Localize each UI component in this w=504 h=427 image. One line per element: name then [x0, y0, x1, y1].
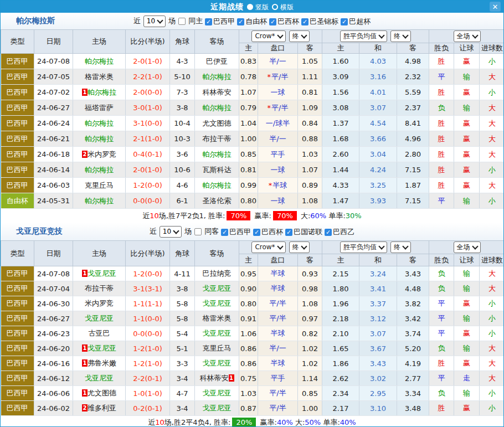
league-checkbox[interactable]: ✓: [341, 18, 348, 25]
avg-odds-select[interactable]: 胜平负均值: [340, 30, 387, 42]
handicap-line: *半球: [258, 178, 298, 193]
red-card-badge: 1: [229, 374, 234, 382]
handicap-away-odds: 1.14: [298, 371, 322, 386]
col-header-1: 日期: [34, 241, 73, 266]
score-cell: 1-2(1-0): [126, 341, 170, 356]
col-header-1: 日期: [34, 30, 73, 54]
horizontal-layout-radio[interactable]: [272, 4, 278, 10]
handicap-home-odds: 0.99: [239, 178, 258, 193]
league-checkbox[interactable]: ✓: [325, 229, 332, 236]
recent-results-window: 近期战绩竖版横版 ✕ 帕尔梅拉斯 近 10 场 同主 ✓巴西甲✓自由杯✓巴西杯✓…: [0, 0, 504, 427]
score-text: 2-0(1-0): [133, 166, 162, 174]
summary-segment: 单率:: [321, 418, 340, 427]
home-team: 1戈亚尼亚: [73, 341, 126, 356]
result-handicap: 输: [454, 386, 480, 401]
away-team: 巴拉纳竞: [195, 266, 239, 281]
away-team-name: 戈亚尼亚: [203, 299, 232, 307]
handicap-text: 半球: [271, 269, 285, 277]
away-team-name: 格雷米奥: [203, 314, 232, 322]
result-wdl: 胜: [429, 401, 454, 416]
handicap-home-odds: 0.75: [239, 371, 258, 386]
score-text: 0-2(0-1): [133, 404, 162, 413]
handicap-text: 平/半: [271, 73, 288, 81]
league-label: 巴西乙: [333, 227, 354, 237]
full-match-select[interactable]: 全场: [454, 241, 481, 253]
handicap-line: 半/一: [258, 54, 298, 69]
league-checkbox[interactable]: ✓: [301, 18, 308, 25]
final-odds-select[interactable]: 终: [289, 30, 310, 42]
match-date: 24-06-02: [34, 401, 73, 416]
handicap-text: 平/半: [269, 404, 286, 412]
result-goals: 大: [480, 100, 504, 116]
vertical-layout-radio[interactable]: [247, 4, 253, 10]
match-count-select[interactable]: 10: [160, 226, 182, 238]
league-filter-item: ✓巴西甲: [221, 227, 252, 237]
close-button[interactable]: ✕: [490, 2, 501, 12]
handicap-home-odds: 0.85: [239, 147, 258, 162]
away-team-name: 帕尔梅拉: [203, 104, 232, 112]
league-checkbox[interactable]: ✓: [253, 229, 260, 236]
bookmaker-select[interactable]: Crow*: [251, 30, 285, 42]
match-count-select[interactable]: 10: [143, 16, 166, 27]
bookmaker-select[interactable]: Crow*: [251, 241, 285, 253]
result-wdl: 胜: [429, 54, 454, 69]
league-checkbox[interactable]: ✓: [285, 229, 292, 236]
result-handicap: 赢: [454, 296, 480, 311]
home-team: 戈亚尼亚: [73, 311, 126, 326]
sub-header-6: 胜负: [429, 43, 454, 54]
league-type-cell: 巴西甲: [1, 100, 34, 116]
chevron-down-icon: [472, 243, 478, 249]
avg-away-odds: 3.34: [397, 386, 429, 401]
handicap-away-odds: 0.85: [298, 386, 322, 401]
same-venue-label: 同主: [188, 16, 203, 26]
same-venue-checkbox[interactable]: [194, 228, 202, 235]
result-handicap: 赢: [454, 401, 480, 416]
avg-odds-select[interactable]: 胜平负均值: [340, 241, 387, 253]
result-wdl: 胜: [429, 116, 454, 131]
result-goals: 小: [480, 85, 504, 100]
score-cell: 3-1(0-0): [126, 116, 170, 131]
avg-home-odds: 1.60: [322, 54, 359, 69]
home-team-name: 帕尔梅拉: [85, 57, 114, 65]
away-team: 戈亚尼亚: [195, 281, 239, 296]
red-card-badge: 1: [82, 359, 88, 367]
result-handicap: 赢: [454, 116, 480, 131]
league-type-cell: 巴西甲: [1, 162, 34, 178]
score-text: 2-1(1-0): [133, 135, 162, 143]
avg-draw-value: 3.67: [370, 344, 386, 353]
result-handicap: 输: [454, 193, 480, 209]
handicap-home-odds: 1.06: [239, 326, 258, 341]
final-odds-select[interactable]: 终: [289, 241, 310, 253]
league-type-cell: 巴西甲: [1, 371, 34, 386]
away-team: 戈亚尼亚: [195, 356, 239, 371]
home-team: 1弗鲁米嫩: [73, 356, 126, 371]
vertical-layout-label: 竖版: [255, 3, 269, 11]
away-team: 布拉干蒂: [195, 131, 239, 147]
near-label: 近: [133, 16, 141, 26]
handicap-text: 平/半: [269, 389, 286, 397]
handicap-text: 平/半: [271, 104, 288, 112]
league-type-cell: 巴西甲: [1, 147, 34, 162]
same-venue-checkbox[interactable]: [178, 18, 186, 25]
league-checkbox[interactable]: ✓: [205, 18, 212, 25]
result-wdl: 平: [429, 296, 454, 311]
result-handicap: 赢: [454, 85, 480, 100]
match-row: 巴西甲24-06-182米内罗竞0-4(0-1)3-6帕尔梅拉0.85平手1.0…: [1, 147, 504, 162]
corner-count: 4-7: [170, 386, 195, 401]
final-avg-select[interactable]: 终: [390, 241, 411, 253]
final-avg-select[interactable]: 终: [390, 30, 411, 42]
avg-away-odds: 1.87: [397, 178, 429, 193]
avg-draw-odds: 3.07: [359, 326, 397, 341]
handicap-line: 平/半: [258, 311, 298, 326]
sub-header-8: 进球数: [480, 43, 504, 54]
league-checkbox[interactable]: ✓: [221, 229, 228, 236]
titlebar: 近期战绩竖版横版 ✕: [1, 1, 503, 13]
chevron-down-icon: [402, 32, 408, 38]
league-checkbox[interactable]: ✓: [269, 18, 276, 25]
score-cell: 1-2(1-0): [126, 356, 170, 371]
full-match-select[interactable]: 全场: [454, 30, 481, 42]
avg-draw-odds: 3.41: [359, 281, 397, 296]
league-checkbox[interactable]: ✓: [237, 18, 244, 25]
match-row: 巴西甲24-06-27福塔雷萨3-0(1-0)3-8帕尔梅拉0.79*平/半1.…: [1, 100, 504, 116]
avg-draw-value: 3.24: [370, 270, 386, 278]
